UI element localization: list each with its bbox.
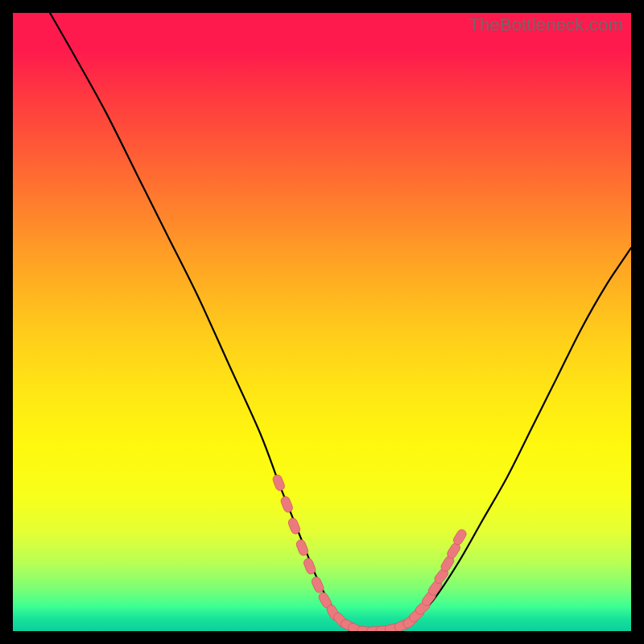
curve-marker <box>272 473 286 492</box>
curve-marker <box>287 517 302 535</box>
watermark-text: TheBottleneck.com <box>469 14 623 35</box>
bottleneck-curve-path <box>50 13 631 631</box>
curve-marker-group <box>272 473 469 631</box>
plot-area <box>13 13 631 631</box>
chart-svg <box>13 13 631 631</box>
curve-marker <box>295 539 310 557</box>
chart-frame: TheBottleneck.com <box>13 13 631 631</box>
curve-marker <box>279 495 294 514</box>
curve-marker <box>303 557 317 576</box>
